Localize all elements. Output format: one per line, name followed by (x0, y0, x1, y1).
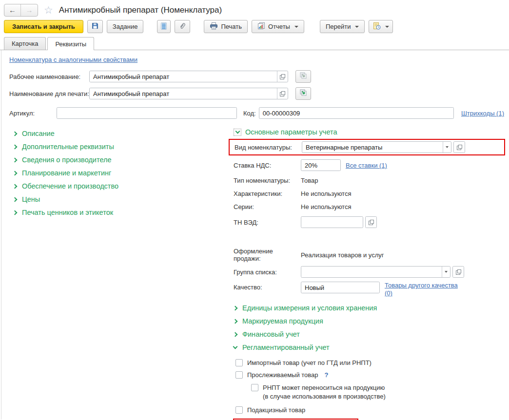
all-vat-rates-link[interactable]: Все ставки (1) (346, 162, 387, 169)
article-input[interactable] (57, 107, 237, 119)
floppy-save-icon (91, 22, 99, 31)
excise-checkbox[interactable] (235, 406, 243, 414)
copy-name-button[interactable] (295, 87, 311, 100)
section-price-tags[interactable]: Печать ценников и этикеток (13, 206, 234, 219)
import-goods-checkbox[interactable] (235, 359, 243, 366)
save-button[interactable] (87, 20, 103, 33)
tab-details[interactable]: Реквизиты (47, 37, 94, 50)
other-quality-link[interactable]: Товары другого качества (0) (385, 282, 463, 298)
sale-registration-value: Реализация товаров и услуг (301, 251, 384, 259)
page-title: Антимикробный препарат (Номенклатура) (59, 5, 222, 15)
code-input[interactable]: 00-00000309 (259, 107, 454, 119)
copy-name-button-disabled (295, 70, 311, 83)
save-and-close-button[interactable]: Записать и закрыть (4, 20, 83, 33)
report-chart-icon (257, 22, 265, 31)
code-label: Код: (243, 110, 256, 117)
sale-registration-label: Оформление продажи: (234, 248, 301, 262)
chevron-right-icon (13, 157, 18, 162)
list-icon (161, 22, 167, 31)
quality-input[interactable]: Новый (301, 282, 380, 293)
section-regulated-accounting[interactable]: Регламентированный учет (234, 341, 505, 354)
open-value-icon (369, 220, 374, 225)
characteristics-label: Характеристики: (234, 190, 301, 197)
help-question-icon[interactable]: ? (325, 371, 329, 379)
section-additional-attrs[interactable]: Дополнительные реквизиты (13, 140, 234, 153)
main-parameters-column: Основные параметры учета Вид номенклатур… (234, 127, 505, 420)
task-button[interactable]: Задание (107, 20, 144, 33)
open-value-icon[interactable] (277, 71, 288, 82)
document-clock-icon (372, 22, 381, 31)
rnpt-label: РНПТ может переноситься на продукцию (в … (263, 383, 386, 402)
chevron-right-icon (13, 131, 18, 136)
traceable-checkbox-row: Прослеживаемый товар ? (235, 371, 505, 379)
chevron-right-icon (13, 210, 18, 215)
structure-list-button[interactable] (157, 20, 171, 33)
kind-open-button[interactable] (453, 141, 465, 153)
vat-label: Ставка НДС: (234, 162, 301, 169)
section-planning-marketing[interactable]: Планирование и маркетинг (13, 166, 234, 179)
chevron-right-icon (233, 306, 238, 311)
open-value-icon[interactable] (277, 88, 288, 99)
chevron-right-icon (233, 319, 238, 324)
traceable-checkbox[interactable] (235, 371, 243, 379)
series-value: Не используются (301, 203, 351, 210)
section-main-parameters[interactable]: Основные параметры учета (234, 127, 505, 137)
list-group-open-button[interactable] (452, 266, 464, 278)
dropdown-icon[interactable] (442, 267, 450, 277)
section-financial-accounting[interactable]: Финансовый учет (234, 328, 505, 341)
type-label: Тип номенклатуры: (234, 177, 301, 184)
chevron-down-icon (294, 26, 298, 28)
forward-button[interactable]: → (21, 4, 38, 16)
similar-nomenclature-link[interactable]: Номенклатура с аналогичными свойствами (9, 56, 137, 63)
traceable-label: Прослеживаемый товар (247, 371, 318, 379)
section-units-storage[interactable]: Единицы измерения и условия хранения (234, 302, 505, 315)
forward-arrow-icon: → (26, 6, 33, 14)
vat-input[interactable]: 20% (301, 159, 341, 171)
excise-label: Подакцизный товар (247, 406, 305, 414)
type-value: Товар (301, 177, 318, 184)
back-arrow-icon: ← (9, 6, 16, 14)
tnved-input[interactable] (301, 216, 363, 228)
paperclip-icon (178, 22, 186, 31)
chevron-down-icon (233, 344, 238, 349)
import-goods-label: Импортный товар (учет по ГТД или РНПТ) (247, 359, 372, 366)
reports-button[interactable]: Отчеты (252, 20, 304, 33)
print-name-label: Наименование для печати: (9, 90, 89, 97)
copy-arrow-green-icon (299, 89, 307, 98)
back-button[interactable]: ← (4, 4, 21, 16)
rnpt-checkbox[interactable] (251, 384, 258, 391)
list-group-combobox[interactable] (301, 266, 450, 278)
open-value-icon (457, 145, 462, 150)
history-document-button[interactable] (369, 20, 393, 33)
tnved-label: ТН ВЭД: (234, 219, 301, 226)
barcodes-link[interactable]: Штрихкоды (1) (461, 110, 504, 117)
print-button[interactable]: Печать (204, 20, 248, 33)
chevron-right-icon (13, 184, 18, 189)
working-name-input[interactable]: Антимикробный препарат (89, 71, 288, 82)
article-label: Артикул: (9, 110, 57, 117)
section-prices[interactable]: Цены (13, 192, 234, 206)
attachments-button[interactable] (175, 20, 190, 33)
quality-label: Качество: (234, 284, 301, 291)
chevron-focus-frame (234, 129, 241, 136)
print-name-input[interactable]: Антимикробный препарат (89, 88, 288, 99)
form-content: Номенклатура с аналогичными свойствами Р… (1, 50, 509, 420)
favorite-star-icon[interactable]: ☆ (44, 5, 53, 15)
section-marked-products[interactable]: Маркируемая продукция (234, 315, 505, 328)
excise-checkbox-row: Подакцизный товар (235, 406, 505, 414)
section-supply-production[interactable]: Обеспечение и производство (13, 179, 234, 192)
dropdown-icon[interactable] (443, 142, 451, 153)
kind-combobox[interactable]: Ветеринарные препараты (302, 141, 451, 153)
navigate-button[interactable]: Перейти (320, 20, 365, 33)
chevron-down-icon (235, 129, 240, 134)
chevron-right-icon (13, 171, 18, 175)
tab-bar: Карточка Реквизиты (0, 37, 509, 50)
section-description[interactable]: Описание (13, 127, 234, 140)
series-label: Серии: (234, 203, 301, 210)
section-manufacturer[interactable]: Сведения о производителе (13, 153, 234, 166)
list-group-label: Группа списка: (234, 268, 301, 276)
tnved-open-button[interactable] (365, 216, 377, 228)
import-goods-checkbox-row: Импортный товар (учет по ГТД или РНПТ) (235, 359, 505, 366)
tab-card[interactable]: Карточка (4, 37, 46, 50)
characteristics-value: Не используются (301, 190, 351, 197)
